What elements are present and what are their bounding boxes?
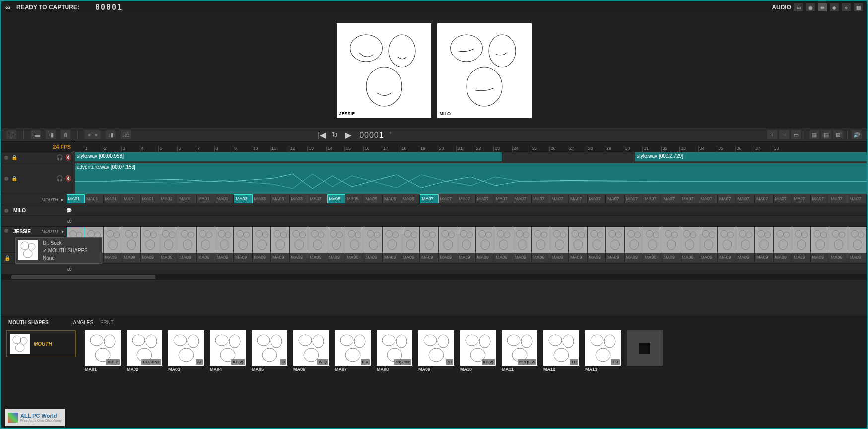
mouth-cell[interactable]: MA05 xyxy=(401,194,420,203)
thumb-cell[interactable] xyxy=(215,227,234,253)
camera-icon[interactable]: ◉ xyxy=(806,3,815,11)
mouth-cell[interactable]: MA09 xyxy=(829,253,848,262)
thumb-cell[interactable] xyxy=(662,227,681,253)
delete-icon[interactable]: 🗑 xyxy=(61,130,70,139)
timeline-scrollbar[interactable] xyxy=(1,275,867,280)
shape-ma07[interactable]: F VMA07 xyxy=(335,330,371,372)
mouth-cell[interactable]: MA09 xyxy=(699,253,718,262)
mouth-cell[interactable]: MA07 xyxy=(550,194,569,203)
tool-a-icon[interactable]: ⇤⇥ xyxy=(85,130,101,139)
thumb-cell[interactable] xyxy=(736,227,755,253)
mouth-cell[interactable]: MA05 xyxy=(345,194,364,203)
fit-icon[interactable]: ▭ xyxy=(791,130,801,139)
mouth-cell[interactable]: MA09 xyxy=(401,253,420,262)
mouth-cell[interactable]: MA07 xyxy=(792,194,811,203)
mouth-cell[interactable]: MA07 xyxy=(848,194,867,203)
headphone-icon[interactable]: 🎧 xyxy=(56,175,63,182)
mouth-cell[interactable]: MA09 xyxy=(494,253,513,262)
thumb-cell[interactable] xyxy=(755,227,774,253)
lock-icon[interactable]: 🔒 xyxy=(11,176,17,181)
track-toggle-icon[interactable] xyxy=(4,177,8,181)
mouth-cell[interactable]: MA05 xyxy=(364,194,383,203)
tool-b-icon[interactable]: ↓▮ xyxy=(106,130,116,139)
mouth-cell[interactable]: MA07 xyxy=(420,194,439,203)
mouth-cell[interactable]: MA09 xyxy=(625,253,644,262)
thumb-cell[interactable] xyxy=(308,227,327,253)
tool-c-icon[interactable]: ↓æ xyxy=(121,130,131,139)
mouth-cell[interactable]: MA01 xyxy=(67,194,85,203)
shape-ma12[interactable]: THMA12 xyxy=(543,330,579,372)
mouth-cell[interactable]: MA09 xyxy=(680,253,699,262)
mouth-cell[interactable]: MA07 xyxy=(699,194,718,203)
shape-ma05[interactable]: OMA05 xyxy=(252,330,287,372)
mouth-cell[interactable]: MA07 xyxy=(625,194,644,203)
track-toggle-icon[interactable] xyxy=(4,209,8,213)
mouth-cell[interactable]: MA09 xyxy=(197,253,215,262)
thumb-cell[interactable] xyxy=(383,227,401,253)
mouth-cell[interactable]: MA07 xyxy=(476,194,495,203)
audio-clip-1a[interactable]: style.wav [00:00.958] xyxy=(75,152,502,161)
menu-item-mouthshapes[interactable]: MOUTH SHAPES xyxy=(41,247,90,254)
mouth-cell[interactable]: MA09 xyxy=(122,253,141,262)
mouth-cell[interactable]: MA03 xyxy=(271,194,290,203)
shape-ma10[interactable]: a i (2)MA10 xyxy=(460,330,496,372)
zoom-add-icon[interactable]: + xyxy=(767,130,777,139)
shape-ma09[interactable]: a iMA09 xyxy=(418,330,454,372)
thumb-cell[interactable] xyxy=(588,227,606,253)
mouth-cell[interactable]: MA09 xyxy=(588,253,606,262)
thumb-cell[interactable] xyxy=(345,227,364,253)
mute-icon[interactable]: 🔇 xyxy=(65,175,72,182)
thumb-cell[interactable] xyxy=(234,227,253,253)
audio-clip-2[interactable]: adventure.wav [00:07.153] xyxy=(75,163,867,194)
mouth-cell[interactable]: MA09 xyxy=(774,253,793,262)
thumb-cell[interactable] xyxy=(104,227,123,253)
lock-icon[interactable]: 🔒 xyxy=(4,255,10,261)
thumb-cell[interactable] xyxy=(457,227,476,253)
shape-ma11[interactable]: m b p (2)MA11 xyxy=(502,330,537,372)
mouth-cell[interactable]: MA07 xyxy=(736,194,755,203)
thumb-cell[interactable] xyxy=(439,227,458,253)
mouth-cell[interactable]: MA07 xyxy=(811,194,830,203)
playhead[interactable] xyxy=(75,142,75,152)
thumb-cell[interactable] xyxy=(513,227,532,253)
mouth-cell[interactable]: MA01 xyxy=(159,194,178,203)
mouth-cell[interactable]: MA07 xyxy=(662,194,681,203)
thumb-cell[interactable] xyxy=(327,227,346,253)
thumb-cell[interactable] xyxy=(122,227,141,253)
thumb-cell[interactable] xyxy=(271,227,290,253)
mouth-cell[interactable]: MA09 xyxy=(420,253,439,262)
focus-icon[interactable]: ◈ xyxy=(830,3,839,11)
tab-frnt[interactable]: FRNT xyxy=(100,320,114,325)
grid-b-icon[interactable]: ▤ xyxy=(821,130,831,139)
mouth-cell[interactable]: MA07 xyxy=(755,194,774,203)
thumb-cell[interactable] xyxy=(494,227,513,253)
thumb-cell[interactable] xyxy=(532,227,550,253)
thumb-cell[interactable] xyxy=(401,227,420,253)
mouth-cell[interactable]: MA09 xyxy=(159,253,178,262)
mouth-cell[interactable]: MA03 xyxy=(308,194,327,203)
mouth-cell[interactable]: MA07 xyxy=(439,194,458,203)
waveform-icon[interactable]: ⇹ xyxy=(818,3,827,11)
arrow-right-icon[interactable]: → xyxy=(779,130,789,139)
grid-a-icon[interactable]: ▦ xyxy=(809,130,819,139)
mouth-cell[interactable]: MA09 xyxy=(234,253,253,262)
mouth-cell[interactable]: MA09 xyxy=(792,253,811,262)
thumb-cell[interactable] xyxy=(290,227,309,253)
loop-icon[interactable]: ↻ xyxy=(332,130,340,139)
mouth-cell[interactable]: MA07 xyxy=(606,194,625,203)
add-clip-icon[interactable]: +▮ xyxy=(46,130,56,139)
mouth-cell[interactable]: MA09 xyxy=(383,253,401,262)
thumb-cell[interactable] xyxy=(606,227,625,253)
mouth-cell[interactable]: MA07 xyxy=(643,194,662,203)
play-icon[interactable]: ▶ xyxy=(345,130,354,139)
shape-ma02[interactable]: CDGKNZMA02 xyxy=(127,330,162,372)
mouth-cell[interactable]: MA09 xyxy=(327,253,346,262)
mouth-cell[interactable]: MA07 xyxy=(513,194,532,203)
shape-ma03[interactable]: A IMA03 xyxy=(168,330,204,372)
thumb-cell[interactable] xyxy=(811,227,830,253)
step-icon[interactable]: ● xyxy=(389,130,398,139)
mouth-cell[interactable]: MA09 xyxy=(662,253,681,262)
thumb-cell[interactable] xyxy=(364,227,383,253)
mouth-cell[interactable]: MA07 xyxy=(680,194,699,203)
thumb-cell[interactable] xyxy=(829,227,848,253)
